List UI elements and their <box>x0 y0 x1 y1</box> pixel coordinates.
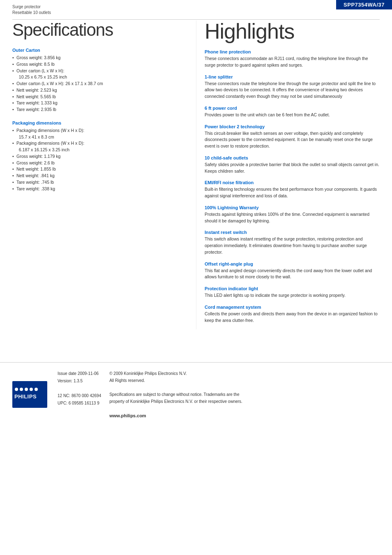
list-item: Gross weight: 2.6 lb <box>12 160 188 166</box>
highlight-emi-rfi-desc: Built-in filtering technology ensures th… <box>205 186 380 199</box>
issue-date-label: Issue date <box>58 371 76 376</box>
highlight-offset-plug: Offset right-angle plug This flat and an… <box>205 261 380 281</box>
list-item: Tare weight: 1.333 kg <box>12 100 188 106</box>
packaging-list: Packaging dimensions (W x H x D): 15.7 x… <box>12 127 188 192</box>
specifications-title: Specifications <box>12 21 188 39</box>
highlight-1-line-desc: These connectors route the telephone lin… <box>205 81 380 100</box>
highlight-instant-reset-desc: This switch allows instant resetting of … <box>205 236 380 255</box>
outer-carton-list: Gross weight: 3.856 kg Gross weight: 8.5… <box>12 55 188 113</box>
highlight-lightning-title: 100% Lightning Warranty <box>205 205 380 210</box>
highlight-protection-indicator-title: Protection indicator light <box>205 286 380 291</box>
list-item: Gross weight: 3.856 kg <box>12 55 188 61</box>
highlights-column: Highlights Phone line protection These c… <box>196 21 380 329</box>
footer-right: © 2009 Koninklijke Philips Electronics N… <box>109 370 253 420</box>
product-subtitle: Resettable 10 outlets <box>12 10 51 16</box>
highlight-cord-management: Cord management system Collects the powe… <box>205 305 380 324</box>
highlight-emi-rfi-title: EMI/RFI noise filtration <box>205 180 380 185</box>
upc-value: 6 09585 16113 9 <box>69 401 99 405</box>
upc-label: UPC: <box>58 401 67 405</box>
list-item: Gross weight: 8.5 lb <box>12 61 188 68</box>
issue-date-value: 2009-11-06 <box>78 371 99 376</box>
version-row: Version: 1.3.5 <box>58 377 101 385</box>
outer-carton-section: Outer Carton Gross weight: 3.856 kg Gros… <box>12 48 188 113</box>
highlight-emi-rfi: EMI/RFI noise filtration Built-in filter… <box>205 180 380 199</box>
highlight-power-cord-title: 6 ft power cord <box>205 106 380 111</box>
highlight-lightning-desc: Protects against lightning strikes 100% … <box>205 211 380 224</box>
highlight-instant-reset: Instant reset switch This switch allows … <box>205 230 380 255</box>
copyright-text: © 2009 Koninklijke Philips Electronics N… <box>109 370 253 377</box>
outer-carton-title: Outer Carton <box>12 48 188 53</box>
highlight-power-cord-desc: Provides power to the unit which can be … <box>205 112 380 118</box>
svg-point-4 <box>25 388 28 391</box>
issue-date-row: Issue date 2009-11-06 <box>58 370 101 377</box>
website-text: www.philips.com <box>109 412 253 420</box>
header-divider <box>12 19 380 20</box>
list-item: Nett weight: 5.565 lb <box>12 94 188 100</box>
upc-row: UPC: 6 09585 16113 9 <box>58 400 101 407</box>
disclaimer-text: Specifications are subject to change wit… <box>109 391 253 405</box>
highlight-offset-plug-title: Offset right-angle plug <box>205 261 380 266</box>
specifications-column: Specifications Outer Carton Gross weight… <box>12 21 196 329</box>
highlight-cord-management-title: Cord management system <box>205 305 380 310</box>
footer-left: Issue date 2009-11-06 Version: 1.3.5 12 … <box>58 370 101 420</box>
highlight-power-cord: 6 ft power cord Provides power to the un… <box>205 106 380 118</box>
version-label: Version: <box>58 379 72 383</box>
svg-text:PHILIPS: PHILIPS <box>14 393 37 400</box>
list-item: Tare weight: .745 lb <box>12 179 188 186</box>
nc-value: 8670 000 42694 <box>71 393 101 398</box>
svg-point-6 <box>35 388 38 391</box>
highlight-lightning: 100% Lightning Warranty Protects against… <box>205 205 380 224</box>
svg-point-3 <box>20 388 23 391</box>
philips-logo: PHILIPS <box>12 381 47 409</box>
list-item: Gross weight: 1.179 kg <box>12 153 188 160</box>
list-item: Tare weight: .338 kg <box>12 186 188 192</box>
highlight-child-safe-title: 10 child-safe outlets <box>205 155 380 160</box>
product-code: SPP7354WA/37 <box>336 0 392 9</box>
highlight-cord-management-desc: Collects the power cords and directs the… <box>205 311 380 324</box>
highlight-child-safe: 10 child-safe outlets Safety slides prov… <box>205 155 380 175</box>
svg-point-2 <box>15 388 18 391</box>
highlights-title: Highlights <box>205 21 380 42</box>
product-category: Surge protector <box>12 4 51 10</box>
highlight-power-blocker: Power blocker 2 technology This circuit-… <box>205 124 380 150</box>
highlight-child-safe-desc: Safety slides provide a protective barri… <box>205 162 380 175</box>
highlight-1-line-title: 1-line splitter <box>205 74 380 79</box>
highlight-power-blocker-title: Power blocker 2 technology <box>205 124 380 129</box>
nc-label: 12 NC: <box>58 393 70 398</box>
list-item: Nett weight: .841 kg <box>12 173 188 179</box>
highlight-phone-line-title: Phone line protection <box>205 49 380 54</box>
nc-row: 12 NC: 8670 000 42694 <box>58 392 101 400</box>
list-item: Outer carton (L x W x H): 26 x 17.1 x 38… <box>12 81 188 87</box>
highlight-protection-indicator-desc: This LED alert lights up to indicate the… <box>205 292 380 299</box>
highlight-phone-line-desc: These connectors accommodate an RJ11 cor… <box>205 56 380 69</box>
highlight-offset-plug-desc: This flat and angled design conveniently… <box>205 268 380 281</box>
list-item: Outer carton (L x W x H): 10.25 x 6.75 x… <box>12 68 188 81</box>
footer-info: Issue date 2009-11-06 Version: 1.3.5 12 … <box>58 370 380 420</box>
highlight-instant-reset-title: Instant reset switch <box>205 230 380 235</box>
rights-text: All Rights reserved. <box>109 377 253 384</box>
highlight-protection-indicator: Protection indicator light This LED aler… <box>205 286 380 299</box>
highlight-phone-line: Phone line protection These connectors a… <box>205 49 380 69</box>
packaging-title: Packaging dimensions <box>12 120 188 125</box>
version-value: 1.3.5 <box>74 379 83 383</box>
list-item: Nett weight: 1.855 lb <box>12 166 188 173</box>
list-item: Packaging dimensions (W x H x D): 6.187 … <box>12 140 188 153</box>
list-item: Packaging dimensions (W x H x D): 15.7 x… <box>12 127 188 141</box>
svg-point-5 <box>30 388 33 391</box>
highlight-power-blocker-desc: This circuit-breaker like switch senses … <box>205 130 380 150</box>
list-item: Nett weight: 2.523 kg <box>12 87 188 94</box>
product-meta: Surge protector Resettable 10 outlets <box>12 4 51 16</box>
list-item: Tare weight: 2.935 lb <box>12 106 188 113</box>
footer: PHILIPS Issue date 2009-11-06 Version: 1… <box>0 362 392 427</box>
highlight-1-line-splitter: 1-line splitter These connectors route t… <box>205 74 380 100</box>
packaging-section: Packaging dimensions Packaging dimension… <box>12 120 188 192</box>
